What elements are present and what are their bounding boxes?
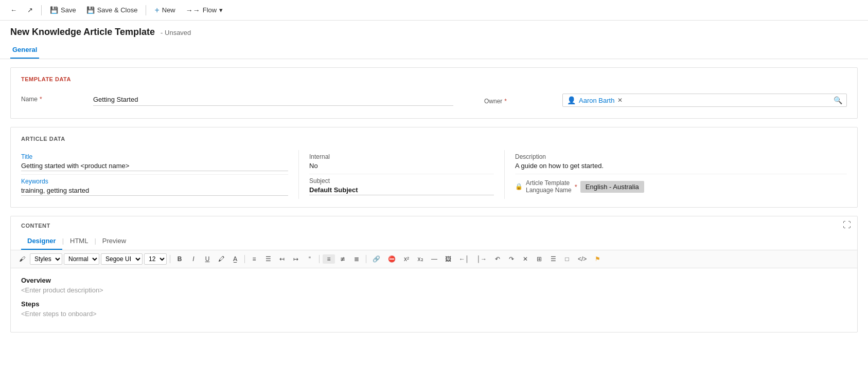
flow-button[interactable]: →→ Flow ▾	[182, 4, 227, 16]
content-heading-2: Steps	[21, 300, 847, 308]
rte-blockquote-button[interactable]: “	[304, 254, 316, 264]
rte-sep-4	[366, 255, 366, 263]
template-data-section: TEMPLATE DATA Name * Getting Started Own…	[10, 67, 858, 119]
rte-normal-select[interactable]: Normal	[64, 253, 99, 265]
rte-image-button[interactable]: 🖼	[442, 254, 454, 264]
back-icon: ←	[10, 6, 17, 14]
lang-name-label-2: Language Name	[526, 187, 572, 194]
language-inner: 🔒 Article Template Language Name * Engli…	[515, 177, 847, 194]
lang-required: *	[575, 183, 577, 191]
tab-html[interactable]: HTML	[64, 233, 94, 250]
owner-field[interactable]: 👤 Aaron Barth ✕ 🔍	[562, 94, 847, 107]
rte-code-button[interactable]: </>	[575, 254, 590, 264]
main-content: TEMPLATE DATA Name * Getting Started Own…	[0, 59, 868, 349]
rte-link-button[interactable]: 🔗	[369, 254, 383, 264]
rte-underline-button[interactable]: U	[201, 254, 214, 264]
lang-value[interactable]: English - Australia	[580, 181, 644, 193]
flow-label: Flow	[203, 6, 217, 14]
keywords-label: Keywords	[21, 178, 288, 185]
content-placeholder-2: <Enter steps to onboard>	[21, 310, 847, 318]
rte-highlight-button[interactable]: 🖍	[215, 254, 227, 264]
rte-flag-button[interactable]: ⚑	[591, 254, 604, 264]
owner-required: *	[504, 98, 507, 105]
rte-subscript-button[interactable]: x₂	[414, 254, 427, 264]
rte-sep-2	[244, 255, 245, 263]
share-button[interactable]: ↗	[23, 4, 37, 16]
rte-italic-button[interactable]: I	[187, 254, 200, 264]
rte-list2-button[interactable]: ☰	[547, 254, 559, 264]
rte-frame-button[interactable]: □	[561, 254, 573, 264]
rte-superscript-button[interactable]: x²	[400, 254, 413, 264]
article-data-section: ARTICLE DATA Title Getting started with …	[10, 127, 858, 208]
tabs-container: General	[0, 38, 868, 59]
rte-ltr-button[interactable]: │→	[474, 254, 490, 264]
subject-field: Subject Default Subject	[309, 174, 494, 198]
rte-content-area[interactable]: Overview <Enter product description> Ste…	[11, 268, 857, 332]
article-data-title: ARTICLE DATA	[21, 136, 847, 142]
lang-label-group: Article Template Language Name	[526, 179, 572, 194]
rte-unlink-button[interactable]: ⛔	[385, 254, 399, 264]
keywords-value[interactable]: training, getting started	[21, 187, 288, 196]
owner-search-icon[interactable]: 🔍	[834, 96, 842, 104]
owner-label: Owner *	[484, 96, 556, 105]
content-section: CONTENT ⛶ Designer | HTML | Preview 🖌 St…	[10, 216, 858, 333]
title-value[interactable]: Getting started with <product name>	[21, 162, 288, 171]
rte-strikethrough-button[interactable]: —	[428, 254, 440, 264]
rte-outdent-button[interactable]: ↤	[276, 254, 288, 264]
tab-preview[interactable]: Preview	[96, 233, 132, 250]
rte-redo-button[interactable]: ↷	[505, 254, 518, 264]
rte-undo-button[interactable]: ↶	[491, 254, 504, 264]
share-icon: ↗	[27, 6, 33, 14]
rte-clear-format-button[interactable]: ✕	[519, 254, 532, 264]
description-field: Description A guide on how to get starte…	[515, 150, 847, 174]
internal-label: Internal	[309, 153, 494, 160]
save-button[interactable]: 💾 Save	[46, 4, 80, 16]
rte-ordered-list-button[interactable]: ☰	[262, 254, 274, 264]
owner-name: Aaron Barth	[579, 97, 614, 104]
save-label: Save	[61, 6, 76, 14]
rte-unordered-list-button[interactable]: ≡	[248, 254, 260, 264]
rte-align-center-button[interactable]: ≢	[336, 254, 349, 264]
subject-value[interactable]: Default Subject	[309, 186, 494, 195]
page-title: New Knowledge Article Template - Unsaved	[10, 27, 858, 38]
rte-align-left-button[interactable]: ≡	[323, 254, 335, 264]
save-close-icon: 💾	[86, 6, 95, 14]
new-button[interactable]: + New	[150, 4, 179, 17]
article-col-2: Internal No Subject Default Subject	[299, 150, 505, 199]
expand-icon[interactable]: ⛶	[843, 220, 851, 230]
content-placeholder-1: <Enter product description>	[21, 286, 847, 294]
name-label: Name *	[21, 94, 93, 103]
new-label: New	[162, 6, 175, 14]
lang-name-label-1: Article Template	[526, 179, 572, 187]
name-value[interactable]: Getting Started	[93, 94, 453, 106]
content-tabs: Designer | HTML | Preview	[11, 233, 857, 250]
owner-clear-button[interactable]: ✕	[617, 97, 623, 104]
content-title: CONTENT	[21, 223, 847, 229]
owner-person-icon: 👤	[567, 96, 576, 104]
rte-size-select[interactable]: 12	[144, 253, 167, 265]
description-label: Description	[515, 153, 847, 160]
save-close-button[interactable]: 💾 Save & Close	[82, 4, 142, 16]
rte-paintbrush-button[interactable]: 🖌	[16, 254, 28, 264]
rte-sep-1	[170, 255, 170, 263]
rte-font-color-button[interactable]: A̲	[229, 254, 241, 264]
rte-align-right-button[interactable]: ≣	[350, 254, 363, 264]
rte-bold-button[interactable]: B	[173, 254, 186, 264]
content-heading-1: Overview	[21, 277, 847, 284]
back-button[interactable]: ←	[6, 4, 21, 16]
rte-font-select[interactable]: Segoe UI	[101, 253, 143, 265]
tab-general[interactable]: General	[10, 42, 39, 59]
tab-designer[interactable]: Designer	[21, 233, 62, 250]
rte-indent-button[interactable]: ↦	[290, 254, 302, 264]
rte-toolbar: 🖌 Styles Normal Segoe UI 12 B I U 🖍 A̲ ≡…	[11, 250, 857, 268]
internal-field: Internal No	[309, 150, 494, 174]
keywords-field: Keywords training, getting started	[21, 175, 288, 199]
save-icon: 💾	[50, 6, 58, 14]
rte-rtl-button[interactable]: ←│	[456, 254, 472, 264]
owner-row-inner: Owner * 👤 Aaron Barth ✕ 🔍	[453, 94, 847, 107]
rte-styles-select[interactable]: Styles	[30, 253, 62, 265]
flow-chevron-icon: ▾	[219, 6, 223, 14]
rte-table-button[interactable]: ⊞	[533, 254, 545, 264]
content-header: CONTENT ⛶	[11, 216, 857, 229]
new-icon: +	[154, 6, 159, 15]
